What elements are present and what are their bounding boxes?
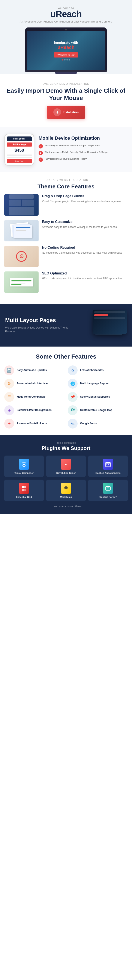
feature-img-drag — [4, 194, 38, 216]
plugins-label: Free & compatible — [4, 441, 128, 444]
hero-section: welcome to uReach An Awesome User-Friend… — [0, 0, 132, 74]
other-features-title: Some Other Features — [4, 353, 128, 360]
plugin-icon-mc — [60, 483, 72, 494]
phone-line-1 — [6, 154, 32, 154]
other-feature-5: ☰ Mega Menu Compatible — [4, 392, 64, 402]
plugin-name-mc: MailChimp — [60, 495, 72, 498]
plugin-name-booked: Booked Appointments — [95, 471, 121, 474]
plugins-more: ... and many more others — [4, 505, 128, 508]
other-feature-4: 🌐 Multi Language Support — [68, 379, 128, 388]
svg-rect-11 — [24, 488, 26, 491]
feature-info-customize: Easy to Customize Awesome easy-to-use op… — [42, 220, 128, 229]
mobile-feature-3: 3 Fully Responsive layout & Retina Ready — [38, 157, 128, 162]
phone-btn: Order Now — [6, 159, 32, 163]
feature-row-seo: SEO Optimized HTML code integrated into … — [4, 272, 128, 293]
laptop-screen: Immigrate with uReach Welcome to Our — [27, 31, 105, 70]
plugins-grid: Visual Composer Revolution Slider — [4, 455, 128, 501]
laptop-base — [25, 70, 107, 72]
other-feature-2: {} Lots of Shortcodes — [68, 366, 128, 375]
installation-button[interactable]: ⬇ Installation — [47, 106, 85, 119]
svg-rect-10 — [22, 488, 24, 491]
svg-point-14 — [65, 487, 66, 488]
laptop-screen-brand: uReach — [57, 45, 74, 50]
plugin-card-booked: Booked Appointments — [88, 455, 128, 477]
svg-rect-7 — [108, 465, 109, 465]
phone-header: Pricing Plans — [6, 137, 32, 141]
svg-rect-9 — [24, 486, 26, 488]
feature-name-seo: SEO Optimized — [42, 272, 128, 275]
feature-desc-drag: Visual Composer plugin offers amazing to… — [42, 199, 128, 203]
laptop-screen-dots — [62, 59, 70, 60]
hero-subtitle: An Awesome User-Friendly Combination of … — [4, 20, 128, 23]
mobile-feature-2: 2 The theme uses Mobile Friendly Sliders… — [38, 151, 128, 155]
other-feature-label-8: Customizable Google Map — [80, 409, 112, 412]
feature-info-drag: Drag & Drop Page Builder Visual Composer… — [42, 194, 128, 203]
other-feature-icon-5: ☰ — [4, 392, 14, 402]
feature-name-drag: Drag & Drop Page Builder — [42, 194, 128, 198]
feature-desc-nocode: No need to be a professional web develop… — [42, 251, 128, 255]
install-icon: ⬇ — [53, 108, 61, 116]
multi-layout-image — [80, 310, 127, 340]
svg-rect-8 — [22, 486, 24, 488]
other-feature-icon-8: 🗺 — [68, 405, 78, 415]
other-feature-8: 🗺 Customizable Google Map — [68, 405, 128, 415]
feature-num-3: 3 — [38, 158, 43, 162]
hero-title: uReach — [4, 10, 128, 19]
plugin-card-rev: Revolution Slider — [46, 455, 86, 477]
other-feature-icon-10: Aa — [68, 418, 78, 428]
feature-num-2: 2 — [38, 151, 43, 155]
feature-info-seo: SEO Optimized HTML code integrated into … — [42, 272, 128, 280]
core-title: Theme Core Features — [4, 183, 128, 190]
plugins-title: Plugins We Support — [4, 445, 128, 451]
multi-layout-section: Multi Layout Pages We create Several Uni… — [0, 304, 132, 347]
feature-info-nocode: No Coding Required No need to be a profe… — [42, 246, 128, 255]
plugin-name-cf7: Contact Form 7 — [99, 495, 117, 498]
plugin-card-eg: Essential Grid — [4, 480, 44, 501]
feature-text-1: Absolutely all scrollable sections Suppo… — [45, 144, 100, 147]
nocode-circle: ∅ — [16, 251, 27, 262]
laptop-stand — [55, 72, 77, 74]
feature-row-drag: Drag & Drop Page Builder Visual Composer… — [4, 194, 128, 216]
other-feature-label-10: Google Fonts — [80, 422, 97, 425]
multi-layout-title: Multi Layout Pages — [5, 317, 75, 324]
other-feature-icon-1: 🔄 — [4, 366, 14, 375]
other-feature-label-1: Easy Automatic Updates — [17, 369, 47, 372]
dot-2 — [64, 59, 65, 60]
laptop-frame: Immigrate with uReach Welcome to Our — [25, 27, 107, 70]
laptop-screen-btn[interactable]: Welcome to Our — [54, 52, 78, 57]
other-feature-label-4: Multi Language Support — [80, 382, 110, 385]
other-feature-1: 🔄 Easy Automatic Updates — [4, 366, 64, 375]
core-section: For Easy Website Creation Theme Core Fea… — [0, 172, 132, 304]
dot-1 — [62, 59, 64, 60]
plugin-card-vc: Visual Composer — [4, 455, 44, 477]
feature-img-nocode: ∅ — [4, 246, 38, 267]
phone-frame: Pricing Plans Full Package $450 Order No… — [4, 134, 34, 165]
laptop-mockup: Immigrate with uReach Welcome to Our — [25, 27, 107, 74]
plugin-icon-rev — [60, 459, 72, 470]
phone-line-2 — [6, 155, 32, 156]
other-feature-icon-6: 📌 — [68, 392, 78, 402]
phone-price-badge: Full Package — [6, 143, 32, 146]
mobile-feature-1: 1 Absolutely all scrollable sections Sup… — [38, 144, 128, 148]
svg-point-15 — [67, 487, 67, 488]
mobile-section: Pricing Plans Full Package $450 Order No… — [0, 127, 132, 172]
multi-layout-content: Multi Layout Pages We create Several Uni… — [5, 317, 75, 334]
other-feature-9: ✦ Awesome Fontello Icons — [4, 418, 64, 428]
phone-line-3 — [6, 157, 32, 158]
other-feature-icon-9: ✦ — [4, 418, 14, 428]
mobile-title: Mobile Device Optimization — [38, 135, 128, 141]
feature-row-customize: Easy to Customize Awesome easy-to-use op… — [4, 220, 128, 242]
multi-layout-desc: We create Several Unique Demos with Diff… — [5, 326, 75, 334]
plugin-icon-eg — [19, 483, 29, 494]
other-feature-10: Aa Google Fonts — [68, 418, 128, 428]
phone-price: $450 — [6, 148, 32, 153]
other-feature-label-5: Mega Menu Compatible — [17, 395, 45, 399]
other-feature-icon-4: 🌐 — [68, 379, 78, 388]
mock-website-front — [92, 310, 127, 334]
other-feature-icon-3: ⚙ — [4, 379, 14, 388]
dot-4 — [68, 59, 70, 60]
mobile-content: Mobile Device Optimization 1 Absolutely … — [38, 135, 128, 164]
plugin-icon-vc — [19, 459, 29, 470]
other-features-section: Some Other Features 🔄 Easy Automatic Upd… — [0, 347, 132, 435]
other-feature-6: 📌 Sticky Menus Supported — [68, 392, 128, 402]
